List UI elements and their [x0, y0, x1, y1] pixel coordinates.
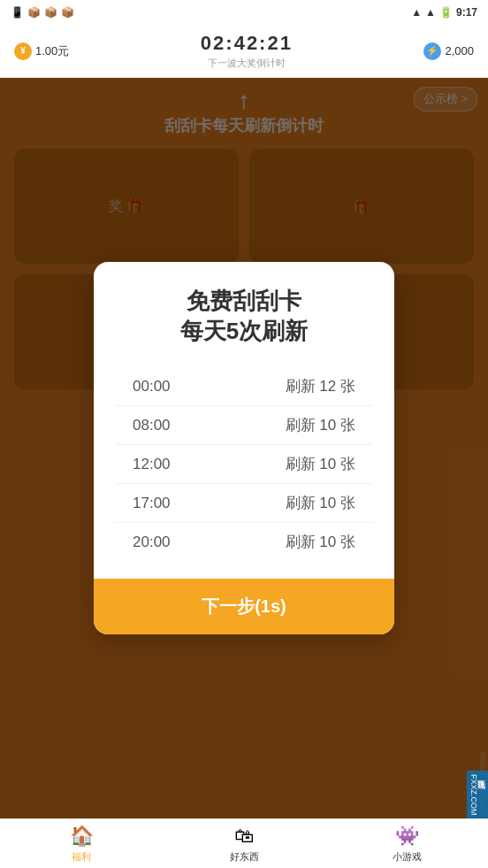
wifi-icon: ▲	[411, 6, 422, 19]
fxxz-download-badge: 飞翔下载FXXZ.COM	[467, 771, 488, 819]
modal-overlay: 免费刮刮卡每天5次刷新 00:00 刷新 12 张 08:00 刷新 10 张 …	[0, 78, 488, 818]
next-step-button[interactable]: 下一步(1s)	[94, 579, 394, 634]
schedule-row-4: 17:00 刷新 10 张	[115, 484, 373, 523]
schedule-row-5: 20:00 刷新 10 张	[115, 523, 373, 561]
energy-balance: 2,000	[445, 44, 474, 58]
schedule-action-2: 刷新 10 张	[203, 415, 355, 435]
schedule-row-2: 08:00 刷新 10 张	[115, 406, 373, 445]
schedule-time-5: 20:00	[133, 534, 203, 551]
timer-subtitle: 下一波大奖倒计时	[201, 57, 293, 70]
schedule-row-1: 00:00 刷新 12 张	[115, 367, 373, 406]
nav-item-welfare[interactable]: 🏠 福利	[0, 819, 163, 868]
app-header: ¥ 1.00元 02:42:21 下一波大奖倒计时 ⚡ 2,000	[0, 25, 488, 78]
schedule-action-4: 刷新 10 张	[203, 493, 355, 513]
schedule-action-3: 刷新 10 张	[203, 454, 355, 474]
status-right-icons: ▲ ▲ 🔋 9:17	[411, 6, 477, 19]
info-modal: 免费刮刮卡每天5次刷新 00:00 刷新 12 张 08:00 刷新 10 张 …	[94, 262, 394, 635]
app-icon-1: 📱	[11, 6, 24, 19]
modal-footer: 下一步(1s)	[94, 579, 394, 634]
status-left-icons: 📱 📦 📦 📦	[11, 6, 74, 19]
coin-icon: ¥	[14, 42, 32, 60]
coin-balance-section: ¥ 1.00元	[14, 42, 69, 60]
shop-label: 好东西	[230, 850, 259, 864]
welfare-icon: 🏠	[70, 825, 94, 848]
status-bar: 📱 📦 📦 📦 ▲ ▲ 🔋 9:17	[0, 0, 488, 25]
schedule-table: 00:00 刷新 12 张 08:00 刷新 10 张 12:00 刷新 10 …	[115, 367, 373, 561]
games-icon: 👾	[395, 825, 419, 848]
schedule-action-1: 刷新 12 张	[203, 376, 355, 396]
coin-balance: 1.00元	[35, 43, 69, 59]
app-icon-4: 📦	[61, 6, 74, 19]
lightning-icon: ⚡	[423, 42, 441, 60]
schedule-row-3: 12:00 刷新 10 张	[115, 445, 373, 484]
energy-balance-section: ⚡ 2,000	[423, 42, 474, 60]
schedule-time-2: 08:00	[133, 417, 203, 434]
app-icon-2: 📦	[27, 6, 41, 19]
countdown-timer: 02:42:21	[201, 32, 293, 55]
app-icon-3: 📦	[44, 6, 57, 19]
schedule-action-5: 刷新 10 张	[203, 532, 355, 552]
time-display: 9:17	[456, 6, 477, 19]
modal-title: 免费刮刮卡每天5次刷新	[115, 287, 373, 347]
bottom-navigation: 🏠 福利 🛍 好东西 👾 小游戏	[0, 818, 488, 868]
header-center: 02:42:21 下一波大奖倒计时	[201, 32, 293, 70]
signal-icon: ▲	[425, 6, 436, 19]
welfare-label: 福利	[72, 850, 91, 864]
nav-item-games[interactable]: 👾 小游戏	[325, 819, 488, 868]
battery-icon: 🔋	[439, 6, 453, 19]
nav-item-shop[interactable]: 🛍 好东西	[163, 819, 325, 868]
schedule-time-1: 00:00	[133, 378, 203, 396]
schedule-time-4: 17:00	[133, 495, 203, 512]
shop-icon: 🛍	[234, 825, 254, 848]
schedule-time-3: 12:00	[133, 456, 203, 473]
main-content: ↑ 刮刮卡每天刷新倒计时 公示榜 > 奖 🎁 🎁 奖 🎁 🎁 免费刮刮卡每天5次…	[0, 78, 488, 818]
games-label: 小游戏	[393, 850, 422, 864]
